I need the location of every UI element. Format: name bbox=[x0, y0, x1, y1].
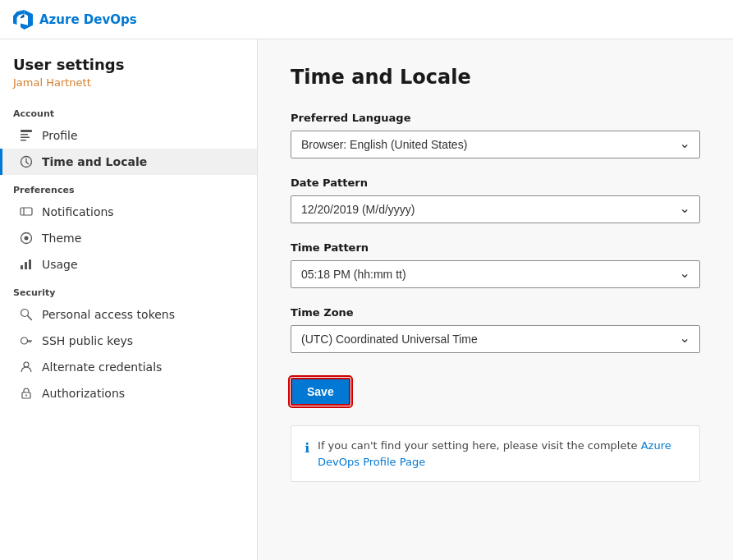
logo-text: Azure DevOps bbox=[39, 12, 137, 27]
ssh-icon bbox=[19, 333, 34, 348]
time-zone-label: Time Zone bbox=[291, 306, 700, 319]
time-zone-select-wrapper: (UTC) Coordinated Universal Time bbox=[291, 325, 700, 353]
svg-point-10 bbox=[25, 236, 29, 241]
logo[interactable]: Azure DevOps bbox=[13, 10, 137, 30]
sidebar-item-profile[interactable]: Profile bbox=[0, 122, 257, 149]
info-box: ℹ If you can't find your setting here, p… bbox=[291, 425, 700, 482]
main-content: Time and Locale Preferred Language Brows… bbox=[258, 39, 733, 560]
time-zone-select[interactable]: (UTC) Coordinated Universal Time bbox=[291, 325, 700, 353]
time-zone-field: Time Zone (UTC) Coordinated Universal Ti… bbox=[291, 306, 700, 353]
sidebar-item-usage[interactable]: Usage bbox=[0, 251, 257, 278]
section-header-account: Account bbox=[0, 99, 257, 122]
svg-line-15 bbox=[28, 316, 32, 320]
sidebar-label-alt-credentials: Alternate credentials bbox=[42, 360, 162, 374]
svg-point-22 bbox=[25, 395, 27, 397]
info-icon: ℹ bbox=[305, 438, 309, 458]
date-pattern-label: Date Pattern bbox=[291, 177, 700, 189]
sidebar-label-usage: Usage bbox=[42, 258, 78, 271]
save-button[interactable]: Save bbox=[291, 378, 350, 406]
sidebar-item-ssh-keys[interactable]: SSH public keys bbox=[0, 328, 257, 354]
profile-icon bbox=[19, 128, 34, 143]
notifications-icon bbox=[19, 204, 34, 219]
svg-point-20 bbox=[24, 362, 29, 367]
section-header-preferences: Preferences bbox=[0, 175, 257, 199]
sidebar-label-ssh-keys: SSH public keys bbox=[42, 334, 133, 347]
time-pattern-select-wrapper: 05:18 PM (hh:mm tt) bbox=[291, 260, 700, 288]
sidebar-item-authorizations[interactable]: Authorizations bbox=[0, 380, 257, 406]
language-select[interactable]: Browser: English (United States) bbox=[291, 131, 700, 158]
azure-devops-logo-icon bbox=[13, 10, 33, 30]
sidebar-item-alt-credentials[interactable]: Alternate credentials bbox=[0, 354, 257, 380]
clock-icon bbox=[19, 154, 34, 169]
sidebar-item-theme[interactable]: Theme bbox=[0, 225, 257, 251]
language-select-wrapper: Browser: English (United States) bbox=[291, 131, 700, 158]
time-pattern-field: Time Pattern 05:18 PM (hh:mm tt) bbox=[291, 241, 700, 288]
svg-line-6 bbox=[26, 163, 29, 164]
time-pattern-label: Time Pattern bbox=[291, 241, 700, 254]
topbar: Azure DevOps bbox=[0, 0, 733, 39]
sidebar: User settings Jamal Hartnett Account Pro… bbox=[0, 39, 258, 560]
sidebar-label-time-locale: Time and Locale bbox=[42, 155, 147, 168]
info-text: If you can't find your setting here, ple… bbox=[318, 438, 686, 470]
svg-rect-3 bbox=[21, 140, 26, 141]
language-label: Preferred Language bbox=[291, 112, 700, 124]
usage-icon bbox=[19, 257, 34, 272]
svg-rect-13 bbox=[29, 259, 31, 269]
sidebar-label-profile: Profile bbox=[42, 129, 78, 142]
sidebar-title: User settings bbox=[0, 53, 257, 75]
sidebar-item-notifications[interactable]: Notifications bbox=[0, 199, 257, 225]
alt-creds-icon bbox=[19, 360, 34, 374]
time-pattern-select[interactable]: 05:18 PM (hh:mm tt) bbox=[291, 260, 700, 288]
theme-icon bbox=[19, 231, 34, 246]
sidebar-label-theme: Theme bbox=[42, 232, 81, 245]
sidebar-label-authorizations: Authorizations bbox=[42, 387, 125, 400]
page-title: Time and Locale bbox=[291, 66, 700, 89]
date-pattern-select-wrapper: 12/20/2019 (M/d/yyyy) bbox=[291, 195, 700, 223]
sidebar-username: Jamal Hartnett bbox=[0, 75, 257, 99]
svg-point-16 bbox=[21, 337, 28, 344]
date-pattern-field: Date Pattern 12/20/2019 (M/d/yyyy) bbox=[291, 177, 700, 223]
main-layout: User settings Jamal Hartnett Account Pro… bbox=[0, 39, 733, 560]
section-header-security: Security bbox=[0, 278, 257, 301]
token-icon bbox=[19, 307, 34, 322]
svg-rect-2 bbox=[21, 137, 30, 139]
language-field: Preferred Language Browser: English (Uni… bbox=[291, 112, 700, 158]
svg-rect-12 bbox=[25, 262, 27, 269]
sidebar-label-notifications: Notifications bbox=[42, 205, 114, 218]
svg-rect-11 bbox=[21, 265, 23, 269]
sidebar-label-personal-tokens: Personal access tokens bbox=[42, 308, 175, 321]
svg-rect-7 bbox=[21, 208, 32, 215]
svg-rect-0 bbox=[21, 130, 32, 132]
date-pattern-select[interactable]: 12/20/2019 (M/d/yyyy) bbox=[291, 195, 700, 223]
svg-rect-1 bbox=[21, 134, 28, 135]
sidebar-item-time-locale[interactable]: Time and Locale bbox=[0, 149, 257, 175]
lock-icon bbox=[19, 386, 34, 401]
sidebar-item-personal-tokens[interactable]: Personal access tokens bbox=[0, 301, 257, 328]
